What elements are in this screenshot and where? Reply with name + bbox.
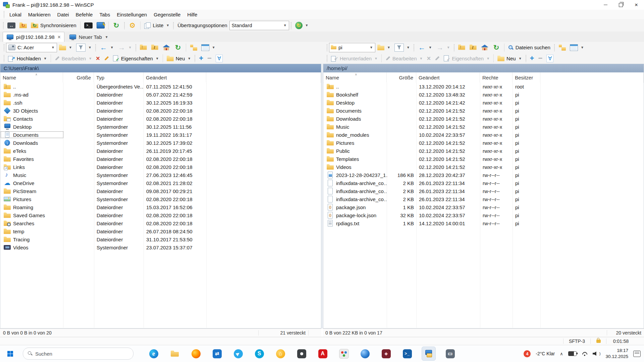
file-row[interactable]: Music 02.12.2020 14:21:52 rwxr-xr-x pi — [324, 123, 643, 131]
left-view-style-button[interactable]: ▼ — [199, 43, 217, 53]
tab-session[interactable]: pi@192.168.2.98 × — [3, 32, 64, 42]
file-row[interactable]: rpdiags.txt 1 KB 14.12.2020 14:00:01 rw-… — [324, 219, 643, 227]
file-row[interactable]: 3D Objects Dateiordner 02.08.2020 22:00:… — [1, 107, 321, 115]
right-forward-button[interactable]: →▼ — [434, 43, 452, 53]
open-session-button[interactable] — [95, 20, 107, 31]
left-new-button[interactable]: Neu ▼ — [165, 53, 193, 63]
clock-widget[interactable]: 18:17 30.12.2025 — [605, 348, 628, 359]
file-row[interactable]: Documents Systemordner 19.11.2022 16:31:… — [1, 131, 321, 139]
menu-lokal[interactable]: Lokal — [6, 10, 25, 19]
taskbar-app-icon[interactable] — [443, 347, 457, 360]
file-row[interactable]: Music Systemordner 27.06.2023 12:46:45 — [1, 171, 321, 179]
taskbar-app-icon[interactable] — [316, 347, 329, 360]
file-row[interactable]: Contacts Dateiordner 02.08.2020 22:00:18 — [1, 115, 321, 123]
file-row[interactable]: PicStream Dateiordner 09.08.2017 00:29:2… — [1, 187, 321, 195]
preferences-button[interactable]: ⚙ — [126, 20, 139, 31]
file-row[interactable]: package.json 1 KB 10.02.2024 22:33:57 rw… — [324, 203, 643, 211]
right-open-directory-button[interactable]: ▼ — [375, 43, 392, 53]
file-row[interactable]: Templates 02.12.2020 14:21:52 rwxr-xr-x … — [324, 155, 643, 163]
open-terminal-button[interactable]: >_ — [82, 20, 95, 31]
taskbar-app-icon[interactable] — [295, 347, 308, 360]
tab-close-icon[interactable]: × — [58, 34, 61, 40]
sync-browse-button[interactable] — [17, 20, 29, 31]
session-duration[interactable]: 0:01:58 — [606, 337, 635, 345]
right-select-button[interactable]: + — [528, 53, 536, 63]
download-button[interactable]: Herunterladen ▼ — [329, 53, 380, 63]
notification-badge[interactable]: 4 — [524, 350, 531, 357]
file-row[interactable]: Roaming Dateiordner 15.03.2017 16:52:06 — [1, 203, 321, 211]
menu-datei[interactable]: Datei — [54, 10, 72, 19]
battery-icon[interactable] — [568, 351, 577, 356]
right-home-directory-button[interactable] — [479, 43, 490, 53]
left-tree-button[interactable] — [188, 43, 199, 53]
swap-panels-button[interactable]: ↔ — [5, 20, 17, 31]
notification-center-icon[interactable] — [633, 351, 641, 357]
taskbar-app-icon[interactable] — [379, 347, 393, 360]
left-properties-button[interactable]: Eigenschaften ▼ — [111, 53, 161, 63]
file-row[interactable]: influxdata-archive_co… 2 KB 26.01.2023 2… — [324, 187, 643, 195]
menu-markieren[interactable]: Markieren — [25, 10, 54, 19]
right-refresh-button[interactable]: ↻ — [490, 43, 502, 53]
file-row[interactable]: eTeks Dateiordner 26.11.2019 20:17:45 — [1, 147, 321, 155]
left-refresh-button[interactable]: ↻ — [172, 43, 184, 53]
taskbar-app-icon[interactable] — [210, 347, 224, 360]
right-filter-button[interactable]: ▼ — [392, 43, 412, 53]
file-row[interactable]: node_modules 10.02.2024 22:33:57 rwxr-xr… — [324, 131, 643, 139]
encryption-indicator[interactable] — [591, 337, 606, 345]
left-rename-button[interactable] — [102, 53, 111, 63]
taskbar-search[interactable]: Suchen — [23, 348, 133, 360]
file-row[interactable]: Searches Dateiordner 02.08.2020 22:00:18 — [1, 219, 321, 227]
taskbar-app-icon[interactable] — [168, 347, 181, 360]
left-select-button[interactable]: + — [197, 53, 205, 63]
left-forward-button[interactable]: →▼ — [116, 43, 134, 53]
file-row[interactable]: Downloads Systemordner 30.12.2025 17:39:… — [1, 139, 321, 147]
left-filter-button[interactable]: ▼ — [74, 43, 94, 53]
column-header-size[interactable]: Größe — [387, 72, 416, 82]
volume-icon[interactable] — [593, 351, 598, 356]
menu-einstellungen[interactable]: Einstellungen — [113, 10, 150, 19]
file-row[interactable]: OneDrive Systemordner 02.08.2021 21:28:0… — [1, 179, 321, 187]
file-row[interactable]: Bookshelf 02.12.2020 13:48:32 rwxr-xr-x … — [324, 90, 643, 99]
column-header-owner[interactable]: Besitzer — [513, 72, 540, 82]
queue-list-button[interactable]: Liste ▼ — [142, 20, 172, 31]
file-row[interactable]: Saved Games Dateiordner 02.08.2020 22:00… — [1, 211, 321, 219]
column-header-type[interactable]: Typ — [94, 72, 144, 82]
left-drive-select[interactable]: C: Acer ▼ — [6, 43, 57, 52]
remote-hidden-count[interactable]: 20 versteckt — [607, 329, 644, 337]
synchronize-button[interactable]: Synchronisieren — [29, 20, 78, 31]
column-header-name[interactable]: Name — [0, 72, 63, 82]
file-row[interactable]: .ms-ad Dateiordner 05.07.2022 21:42:59 — [1, 90, 321, 99]
file-row[interactable]: Documents 02.12.2020 14:21:52 rwxr-xr-x … — [324, 107, 643, 115]
left-open-directory-button[interactable]: ▼ — [57, 43, 74, 53]
left-delete-button[interactable]: × — [94, 53, 102, 63]
column-header-modified[interactable]: Geändert — [416, 72, 480, 82]
start-button[interactable] — [3, 347, 17, 360]
right-tree-button[interactable] — [556, 43, 568, 53]
protocol-indicator[interactable]: SFTP-3 — [564, 337, 590, 345]
menu-tabs[interactable]: Tabs — [96, 10, 113, 19]
file-row[interactable]: temp Dateiordner 26.07.2018 08:24:50 — [1, 227, 321, 235]
minimize-button[interactable] — [598, 0, 613, 10]
remote-path-bar[interactable]: /home/pi/ — [323, 64, 644, 72]
file-row[interactable]: Desktop Systemordner 30.12.2025 11:11:56 — [1, 123, 321, 131]
file-row[interactable]: influxdata-archive_co… 2 KB 26.01.2023 2… — [324, 195, 643, 203]
maximize-button[interactable] — [613, 0, 629, 10]
close-button[interactable]: × — [629, 0, 644, 10]
right-invert-selection-button[interactable]: ∀ — [544, 53, 555, 63]
file-row[interactable]: Desktop 02.12.2020 14:21:42 rwxr-xr-x pi — [324, 99, 643, 107]
taskbar-app-icon[interactable] — [147, 347, 160, 360]
taskbar-app-icon[interactable] — [358, 347, 372, 360]
upload-button[interactable]: Hochladen ▼ — [6, 53, 49, 63]
right-properties-button[interactable]: Eigenschaften ▼ — [442, 53, 492, 63]
right-back-button[interactable]: ←▼ — [416, 43, 434, 53]
right-delete-button[interactable]: × — [425, 53, 433, 63]
file-row[interactable]: Pictures Systemordner 02.08.2020 22:00:1… — [1, 195, 321, 203]
left-unselect-button[interactable]: − — [205, 53, 214, 63]
find-files-button[interactable]: Dateien suchen — [506, 43, 552, 53]
column-header-modified[interactable]: Geändert — [144, 72, 206, 82]
file-row[interactable]: Favorites Dateiordner 02.08.2020 22:00:1… — [1, 155, 321, 163]
right-directory-select[interactable]: pi ▼ — [329, 43, 375, 52]
right-root-directory-button[interactable] — [468, 43, 479, 53]
right-edit-button[interactable]: Bearbeiten ▼ — [383, 53, 425, 63]
file-row[interactable]: Downloads 02.12.2020 14:21:52 rwxr-xr-x … — [324, 115, 643, 123]
